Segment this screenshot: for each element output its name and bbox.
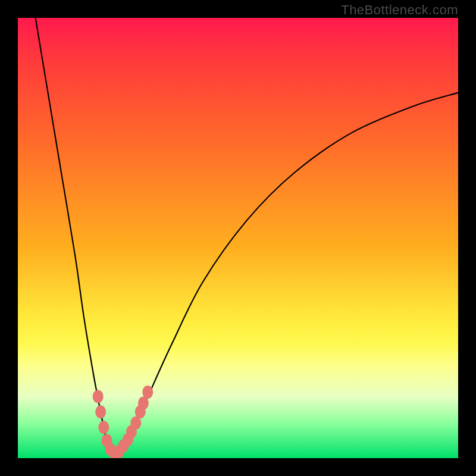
curve-layer [18,18,458,458]
data-marker [98,421,109,434]
plot-area [18,18,458,458]
curve-left-branch [36,18,115,454]
curve-right-branch [115,93,458,454]
marker-group [93,386,154,458]
chart-frame: TheBottleneck.com [0,0,476,476]
data-marker [95,405,106,418]
watermark-text: TheBottleneck.com [341,2,458,18]
data-marker [93,390,104,403]
data-marker [142,386,153,399]
